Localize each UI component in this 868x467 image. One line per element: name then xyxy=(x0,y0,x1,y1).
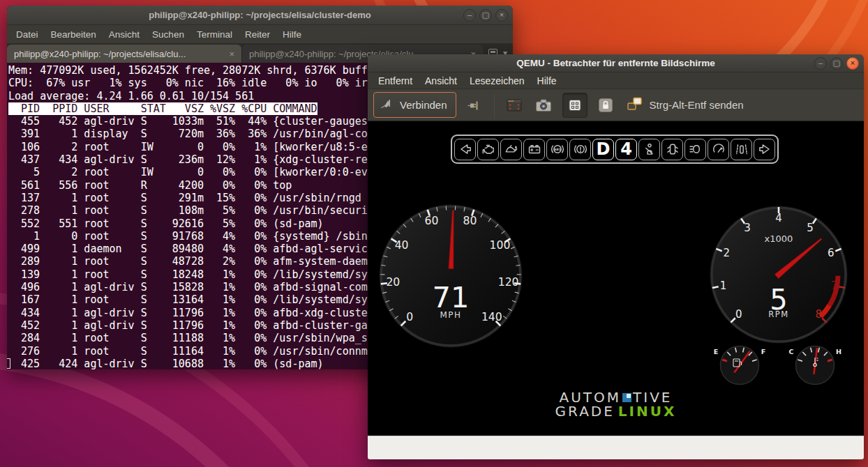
svg-text:100: 100 xyxy=(490,239,511,252)
svg-text:7: 7 xyxy=(831,280,838,292)
terminal-menu-bearbeiten[interactable]: Bearbeiten xyxy=(45,27,103,42)
svg-text:F: F xyxy=(761,348,766,355)
qemu-toolbar: Verbinden Strg-Alt-E xyxy=(368,89,864,121)
tachometer-gauge: 012345678x10005RPM xyxy=(709,205,848,347)
terminal-menu-reiter[interactable]: Reiter xyxy=(239,27,276,42)
agl-logo: AUTOMTIVE GRADE LINUX xyxy=(368,390,864,418)
qemu-menu-lesezeichen[interactable]: Lesezeichen xyxy=(463,73,531,89)
guest-display[interactable]: ABSD4 02040608010012014071MPH 012345678x… xyxy=(368,121,864,436)
minimize-button[interactable]: – xyxy=(814,57,827,70)
usb-redirect-button[interactable] xyxy=(562,93,588,118)
svg-text:40: 40 xyxy=(395,239,409,252)
qemu-menu-entfernt[interactable]: Entfernt xyxy=(372,73,419,89)
maximize-button[interactable]: ▢ xyxy=(830,57,843,70)
terminal-tab-1[interactable]: philipp@x240-philipp: ~/projects/elisa/c… xyxy=(7,45,241,63)
svg-text:C: C xyxy=(789,348,794,355)
send-ctrl-alt-del-button[interactable]: Strg-Alt-Entf senden xyxy=(627,95,744,114)
telltale-gear-4: 4 xyxy=(615,139,637,160)
speedometer-gauge: 02040608010012014071MPH xyxy=(378,204,523,351)
desktop-wallpaper: philipp@x240-philipp: ~/projects/elisa/c… xyxy=(0,0,868,467)
qemu-menubar: EntferntAnsichtLesezeichenHilfe xyxy=(368,72,864,89)
svg-text:H: H xyxy=(836,348,841,355)
qemu-window-title: QEMU - Betrachter für entfernte Bildschi… xyxy=(516,58,714,68)
lock-button[interactable] xyxy=(595,95,616,116)
terminal-menu-datei[interactable]: Datei xyxy=(10,27,45,42)
terminal-menu-terminal[interactable]: Terminal xyxy=(190,27,239,42)
svg-text:60: 60 xyxy=(425,215,439,227)
tab-label: philipp@x240-philipp: ~/projects/elisa/c… xyxy=(14,49,186,59)
svg-text:120: 120 xyxy=(498,276,519,289)
svg-text:8: 8 xyxy=(816,308,823,321)
terminal-header-text: PID PPID USER STAT VSZ %VSZ %CPU COMMAND xyxy=(8,102,317,115)
terminal-menu-ansicht[interactable]: Ansicht xyxy=(103,27,146,42)
fuel-gauge: EF xyxy=(706,344,773,392)
telltale-brake-warning-icon xyxy=(569,139,591,160)
close-button[interactable]: × xyxy=(495,9,508,22)
keyboard-keys-icon xyxy=(627,95,645,114)
fullscreen-button[interactable] xyxy=(504,95,525,115)
temperature-gauge: CH xyxy=(781,344,848,392)
terminal-cursor xyxy=(7,358,10,369)
svg-text:2: 2 xyxy=(723,247,730,259)
svg-text:MPH: MPH xyxy=(440,310,461,320)
telltale-headlight-icon xyxy=(684,139,706,160)
telltale-door-open-icon xyxy=(661,139,683,160)
qemu-viewer-window: QEMU - Betrachter für entfernte Bildschi… xyxy=(368,54,864,459)
tab-close-icon[interactable]: × xyxy=(223,49,234,59)
telltale-oil-pressure-icon xyxy=(500,139,522,160)
telltale-cruise-control-icon xyxy=(708,139,729,160)
minimize-button[interactable]: – xyxy=(463,9,476,22)
svg-text:1: 1 xyxy=(720,280,727,292)
qemu-menu-hilfe[interactable]: Hilfe xyxy=(531,73,563,89)
toolbar-separator xyxy=(494,93,495,117)
svg-text:0: 0 xyxy=(735,308,742,321)
svg-text:4: 4 xyxy=(775,212,782,224)
telltale-lane-assist-icon xyxy=(731,139,752,160)
telltale-bar: ABSD4 xyxy=(451,135,779,164)
telltale-engine-warning-icon xyxy=(477,139,499,160)
svg-text:x1000: x1000 xyxy=(765,234,793,244)
terminal-menubar: DateiBearbeitenAnsichtSuchenTerminalReit… xyxy=(7,25,513,43)
svg-text:E: E xyxy=(714,348,719,355)
agl-logo-square-icon xyxy=(622,393,631,402)
terminal-menu-hilfe[interactable]: Hilfe xyxy=(276,27,308,42)
svg-text:ABS: ABS xyxy=(553,148,560,151)
telltale-arrow-right-icon xyxy=(754,139,775,160)
svg-text:20: 20 xyxy=(386,276,400,289)
terminal-menu-suchen[interactable]: Suchen xyxy=(146,27,190,42)
qemu-menu-ansicht[interactable]: Ansicht xyxy=(419,73,463,89)
connect-button-label: Verbinden xyxy=(400,99,447,111)
qemu-titlebar[interactable]: QEMU - Betrachter für entfernte Bildschi… xyxy=(368,54,864,72)
screenshot-button[interactable] xyxy=(532,95,555,115)
send-ctrl-alt-del-label: Strg-Alt-Entf senden xyxy=(650,99,744,111)
maximize-button[interactable]: ▢ xyxy=(479,9,492,22)
svg-text:140: 140 xyxy=(481,311,502,323)
agl-logo-line2: GRADE LINUX xyxy=(368,404,864,418)
connect-plug-icon xyxy=(380,96,395,114)
close-button[interactable]: × xyxy=(846,57,859,70)
connect-button[interactable]: Verbinden xyxy=(373,92,456,118)
telltale-arrow-left-icon xyxy=(454,139,476,160)
svg-text:6: 6 xyxy=(828,247,835,259)
svg-text:RPM: RPM xyxy=(768,309,788,319)
telltale-battery-icon xyxy=(523,139,545,160)
svg-text:80: 80 xyxy=(463,215,477,227)
qemu-statusbar xyxy=(368,436,864,459)
telltale-seatbelt-icon xyxy=(638,139,660,160)
terminal-titlebar[interactable]: philipp@x240-philipp: ~/projects/elisa/c… xyxy=(7,6,513,25)
svg-text:5: 5 xyxy=(807,222,814,234)
disconnect-button[interactable] xyxy=(464,95,485,116)
telltale-abs-icon: ABS xyxy=(546,139,568,160)
svg-text:3: 3 xyxy=(744,222,751,234)
svg-text:71: 71 xyxy=(433,280,470,314)
telltale-gear-D: D xyxy=(592,139,614,160)
svg-text:0: 0 xyxy=(406,311,413,323)
terminal-window-title: philipp@x240-philipp: ~/projects/elisa/c… xyxy=(149,10,371,20)
agl-logo-line1: AUTOMTIVE xyxy=(368,390,864,404)
